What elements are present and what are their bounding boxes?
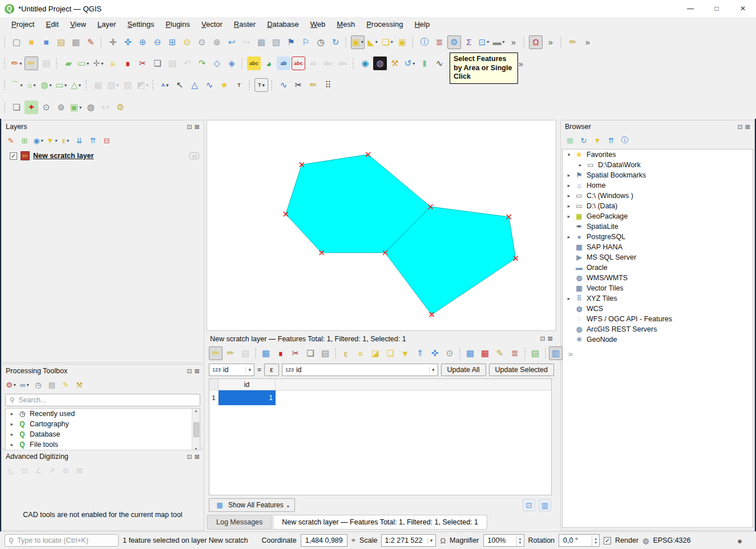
snapping-button[interactable]: Ω — [529, 35, 543, 49]
mesh-select-button[interactable]: ▧ — [106, 78, 120, 92]
attr-select-expression-button[interactable]: ε — [339, 346, 353, 360]
chevron-down-icon[interactable]: ▾ — [427, 538, 433, 543]
float-panel-icon[interactable]: ⊡ — [738, 123, 743, 131]
layer-visibility-checkbox[interactable]: ✓ — [10, 152, 17, 160]
close-panel-icon[interactable]: ⊠ — [548, 335, 553, 342]
browser-item-wms[interactable]: ◍ WMS/WMTS — [563, 273, 753, 283]
browser-item-geopackage[interactable]: ▸ ▣ GeoPackage — [563, 211, 753, 221]
cell-id-selected[interactable]: 1 — [219, 390, 276, 405]
expander-icon[interactable]: ▸ — [566, 172, 572, 178]
close-panel-icon[interactable]: ⊠ — [745, 123, 750, 131]
modify-attributes-button[interactable]: ≡ — [106, 56, 120, 70]
spin-up-icon[interactable]: ▲ — [519, 537, 522, 540]
browser-item-data-work[interactable]: ▸ ▭ D:\Data\Work — [563, 160, 753, 170]
close-panel-icon[interactable]: ⊠ — [195, 453, 200, 461]
add-rectangle-shape-button[interactable]: ▭ — [54, 78, 68, 92]
layer-diagram-button[interactable]: ◕ — [262, 56, 276, 70]
browser-item-spatial-bookmarks[interactable]: ▸ ⚑ Spatial Bookmarks — [563, 170, 753, 180]
pin-labels-button[interactable]: ab — [277, 56, 290, 70]
attr-cut-button[interactable]: ✂ — [289, 346, 302, 360]
attr-paste-button[interactable]: ▤ — [318, 346, 332, 360]
refresh-map-button[interactable]: ↻ — [329, 35, 342, 49]
menu-web[interactable]: Web — [305, 18, 331, 30]
render-checkbox[interactable]: ✓ — [604, 537, 611, 544]
float-panel-icon[interactable]: ⊡ — [187, 368, 192, 375]
scroll-up-icon[interactable]: ▲ — [194, 409, 198, 413]
browser-item-arcgis[interactable]: ◍ ArcGIS REST Servers — [563, 324, 753, 334]
browser-item-wfs[interactable]: ◌ WFS / OGC API - Features — [563, 314, 753, 324]
python-console-button[interactable]: ∞ — [18, 378, 31, 391]
select-by-expression-button[interactable]: ◣ — [366, 35, 379, 49]
browser-item-d-drive[interactable]: ▸ ▭ D:\ (Data) — [563, 201, 753, 211]
browser-item-wcs[interactable]: ◍ WCS — [563, 304, 753, 314]
processing-options-button[interactable]: ⚙ — [5, 378, 17, 391]
redo-button[interactable]: ↷ — [195, 56, 209, 70]
undo-button[interactable]: ↶ — [180, 56, 194, 70]
messages-icon[interactable]: ● — [737, 536, 742, 546]
processing-item-cartography[interactable]: ▸ Q Cartography — [6, 419, 200, 429]
collapse-all-button[interactable]: ⇈ — [87, 134, 99, 147]
expander-icon[interactable]: ▸ — [566, 193, 572, 199]
add-circle-button[interactable]: ○ — [25, 78, 38, 92]
rotation-spinner[interactable]: 0,0 ° ▲▼ — [559, 534, 600, 547]
browser-item-sap-hana[interactable]: ▦ SAP HANA — [563, 242, 753, 252]
elevation-profile-button[interactable]: ∿ — [277, 78, 290, 92]
attr-move-top-button[interactable]: ⇑ — [413, 346, 427, 360]
zoom-next-button[interactable]: ↪ — [240, 35, 253, 49]
place-pin-button[interactable]: ✦ — [25, 100, 38, 114]
identify-features-button[interactable]: ⓘ — [418, 35, 431, 49]
select-features-button[interactable]: ▣ — [351, 35, 365, 49]
show-all-features-button[interactable]: ▦ Show All Features ▾ — [209, 498, 295, 512]
filter-legend-button[interactable]: ▼ — [46, 134, 58, 147]
processing-results-button[interactable]: ▤ — [46, 378, 58, 391]
table-row[interactable]: 1 1 — [209, 390, 551, 405]
menu-plugins[interactable]: Plugins — [160, 18, 196, 30]
processing-item-file-tools[interactable]: ▸ Q File tools — [6, 439, 200, 450]
profile-pencil-button[interactable]: ✏ — [306, 78, 320, 92]
new-3d-map-view-button[interactable]: ▧ — [269, 35, 283, 49]
select-annotation-button[interactable]: ↖ — [173, 78, 187, 92]
scrollbar-thumb[interactable] — [193, 422, 199, 437]
menu-layer[interactable]: Layer — [92, 18, 122, 30]
open-project-button[interactable]: ■ — [25, 35, 38, 49]
attr-undock-icon[interactable]: ⊡ — [523, 499, 535, 511]
deselect-features-button[interactable]: ❏ — [381, 35, 394, 49]
processing-history-button[interactable]: ◷ — [32, 378, 45, 391]
attribute-table[interactable]: id 1 1 — [209, 378, 552, 495]
attr-delete-field-button[interactable]: ▦ — [478, 346, 492, 360]
processing-item-recently-used[interactable]: ▸ ◷ Recently used — [6, 409, 200, 419]
zoom-full-button[interactable]: ⊞ — [165, 35, 179, 49]
tab-log-messages[interactable]: Log Messages — [207, 515, 272, 530]
zoom-in-button[interactable]: ⊕ — [136, 35, 149, 49]
close-panel-icon[interactable]: ⊠ — [195, 368, 200, 375]
menu-view[interactable]: View — [64, 18, 92, 30]
column-header-id[interactable]: id — [219, 379, 276, 390]
processing-search-input[interactable]: ⚲ Search... — [5, 394, 200, 406]
chevron-down-icon[interactable]: ▾ — [245, 367, 251, 373]
zoom-out-button[interactable]: ⊖ — [151, 35, 164, 49]
close-panel-icon[interactable]: ⊠ — [195, 123, 200, 131]
tab-attribute-table[interactable]: New scratch layer — Features Total: 1, F… — [273, 515, 487, 530]
expander-icon[interactable]: ▸ — [9, 431, 15, 437]
attr-new-field-button[interactable]: ▦ — [463, 346, 477, 360]
undo-plugin-button[interactable]: ↺ — [403, 56, 417, 70]
processing-scrollbar[interactable]: ▲ ▼ — [192, 409, 200, 451]
expression-combo[interactable]: 123 id ▾ — [282, 364, 438, 376]
add-selected-layers-button[interactable]: ⊞ — [564, 134, 576, 147]
maximize-button[interactable]: □ — [704, 0, 730, 17]
add-text-annotation-button[interactable]: T — [232, 78, 246, 92]
filter-browser-button[interactable]: ▼ — [591, 134, 604, 147]
attr-conditional-format-button[interactable]: ▤ — [528, 346, 542, 360]
cut-features-button[interactable]: ✂ — [136, 56, 149, 70]
processing-item-database[interactable]: ▸ Q Database — [6, 429, 200, 439]
bar-plot-button[interactable]: ‖ — [418, 56, 431, 70]
delete-selected-button[interactable]: ∎ — [121, 56, 135, 70]
dot-grid-button[interactable]: ⠿ — [321, 78, 335, 92]
chevron-down-icon[interactable]: ▾ — [429, 367, 435, 373]
collapse-browser-button[interactable]: ⇈ — [605, 134, 617, 147]
browser-item-spatialite[interactable]: ✒ SpatiaLite — [563, 221, 753, 232]
map-canvas[interactable] — [207, 120, 556, 331]
browser-item-geonode[interactable]: ✳ GeoNode — [563, 334, 753, 345]
add-circular-string-button[interactable]: ⌒ — [10, 78, 23, 92]
menu-mesh[interactable]: Mesh — [331, 18, 361, 30]
